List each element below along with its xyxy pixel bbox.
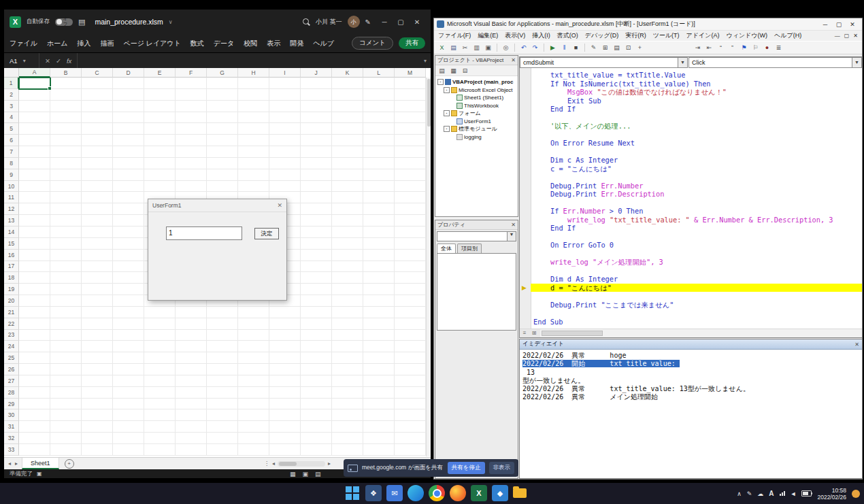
cell-E1[interactable]	[144, 78, 176, 89]
cell-C14[interactable]	[82, 226, 113, 238]
cell-H8[interactable]	[238, 158, 269, 169]
volume-icon[interactable]: ◄	[791, 490, 797, 497]
immediate-output[interactable]: 2022/02/26 異常 hoge2022/02/26 開始 txt_titl…	[520, 350, 862, 402]
notification-icon[interactable]	[852, 490, 860, 498]
cell-D10[interactable]	[113, 181, 144, 192]
cell-L3[interactable]	[363, 101, 395, 112]
cell-B11[interactable]	[50, 192, 82, 203]
cell-H27[interactable]	[238, 375, 269, 387]
cell-E9[interactable]	[144, 169, 176, 181]
cell-L1[interactable]	[363, 78, 395, 89]
cell-J29[interactable]	[301, 399, 332, 410]
cell-K17[interactable]	[332, 261, 363, 273]
cell-D26[interactable]	[113, 364, 144, 375]
search-icon[interactable]	[303, 18, 310, 26]
cell-H22[interactable]	[238, 318, 269, 330]
cell-M14[interactable]	[395, 226, 426, 238]
page-layout-view-icon[interactable]: ▣	[303, 471, 309, 477]
cell-A20[interactable]	[19, 295, 50, 307]
toggle-folders-icon[interactable]: ⊟	[460, 66, 470, 75]
object-dropdown[interactable]: cmdSubmit ▼	[520, 57, 688, 68]
page-break-view-icon[interactable]: ▤	[315, 471, 321, 477]
cell-I30[interactable]	[269, 409, 301, 421]
cell-A7[interactable]	[19, 146, 50, 158]
cell-D11[interactable]	[113, 192, 144, 203]
cell-F10[interactable]	[176, 181, 207, 192]
row-header-30[interactable]: 30	[4, 409, 19, 421]
cell-K1[interactable]	[332, 78, 363, 89]
horizontal-scrollbar[interactable]	[278, 461, 325, 467]
share-button[interactable]: 共有	[399, 37, 425, 49]
code-hscroll-thumb[interactable]	[542, 331, 603, 336]
tree-item-Sheet1 (Sheet1)[interactable]: Sheet1 (Sheet1)	[435, 94, 518, 102]
row-header-7[interactable]: 7	[4, 146, 19, 158]
cell-D13[interactable]	[113, 215, 144, 226]
cell-D12[interactable]	[113, 203, 144, 215]
save-icon[interactable]: ▤	[448, 43, 459, 52]
cell-E28[interactable]	[144, 387, 176, 399]
cell-C3[interactable]	[82, 101, 113, 112]
cell-G2[interactable]	[207, 89, 238, 101]
cell-F1[interactable]	[176, 78, 207, 89]
code-margin-gutter[interactable]: ▶	[520, 68, 531, 329]
child-minimize-icon[interactable]: —	[835, 33, 840, 39]
cell-D17[interactable]	[113, 261, 144, 273]
cell-H25[interactable]	[238, 352, 269, 364]
start-icon[interactable]	[344, 485, 361, 501]
properties-list[interactable]	[437, 253, 516, 331]
run-icon[interactable]: ▶	[548, 43, 558, 52]
undo-icon[interactable]: ↶	[518, 43, 529, 52]
ime-indicator[interactable]: A	[769, 490, 774, 497]
immediate-line[interactable]: 2022/02/26 開始 txt_title_value:	[522, 360, 862, 368]
cell-K25[interactable]	[332, 352, 363, 364]
cell-J9[interactable]	[301, 169, 332, 181]
cell-L5[interactable]	[363, 123, 395, 135]
cell-J2[interactable]	[301, 89, 332, 101]
cell-A11[interactable]	[19, 192, 50, 203]
row-header-16[interactable]: 16	[4, 250, 19, 261]
cell-H26[interactable]	[238, 364, 269, 375]
cell-F22[interactable]	[176, 318, 207, 330]
cell-M28[interactable]	[395, 387, 426, 399]
view-excel-icon[interactable]: X	[437, 43, 447, 52]
avatar[interactable]: 小	[348, 16, 360, 28]
cell-A29[interactable]	[19, 399, 50, 410]
cell-E21[interactable]	[144, 307, 176, 318]
cell-H28[interactable]	[238, 387, 269, 399]
cell-L10[interactable]	[363, 181, 395, 192]
cell-C6[interactable]	[82, 135, 113, 146]
cell-D2[interactable]	[113, 89, 144, 101]
cell-I24[interactable]	[269, 341, 301, 352]
project-panel-close-icon[interactable]: ✕	[511, 57, 516, 63]
cell-G30[interactable]	[207, 409, 238, 421]
cell-K14[interactable]	[332, 226, 363, 238]
cell-K33[interactable]	[332, 444, 363, 456]
menu-ヘルプ(H)[interactable]: ヘルプ(H)	[774, 31, 801, 40]
cell-C1[interactable]	[82, 78, 113, 89]
cell-J31[interactable]	[301, 421, 332, 433]
cell-H2[interactable]	[238, 89, 269, 101]
cell-C24[interactable]	[82, 341, 113, 352]
cell-J6[interactable]	[301, 135, 332, 146]
cell-B20[interactable]	[50, 295, 82, 307]
cell-G4[interactable]	[207, 112, 238, 124]
cell-F5[interactable]	[176, 123, 207, 135]
cell-J25[interactable]	[301, 352, 332, 364]
hide-button[interactable]: 非表示	[489, 462, 515, 474]
cell-L2[interactable]	[363, 89, 395, 101]
cell-A9[interactable]	[19, 169, 50, 181]
cell-G1[interactable]	[207, 78, 238, 89]
properties-panel-close-icon[interactable]: ✕	[511, 222, 516, 228]
cell-G28[interactable]	[207, 387, 238, 399]
cell-C31[interactable]	[82, 421, 113, 433]
break-icon[interactable]: ‖	[559, 43, 569, 52]
row-header-4[interactable]: 4	[4, 112, 19, 124]
workbook-title[interactable]: main_procedure.xlsm	[95, 18, 163, 26]
column-header-L[interactable]: L	[363, 68, 395, 78]
cell-D33[interactable]	[113, 444, 144, 456]
cell-I22[interactable]	[269, 318, 301, 330]
cell-L30[interactable]	[363, 409, 395, 421]
restore-icon[interactable]: ▢	[393, 18, 409, 26]
cell-D3[interactable]	[113, 101, 144, 112]
cell-M4[interactable]	[395, 112, 426, 124]
